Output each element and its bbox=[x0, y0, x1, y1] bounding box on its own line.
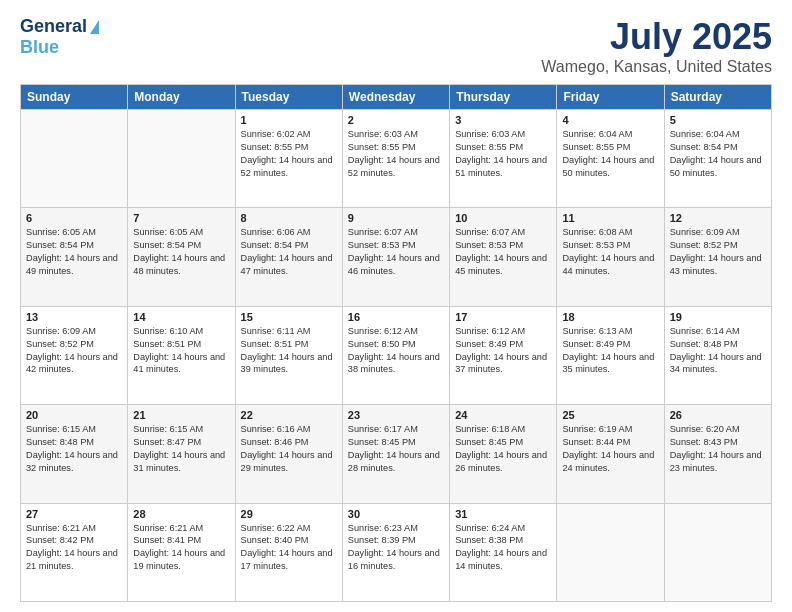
weekday-header-row: SundayMondayTuesdayWednesdayThursdayFrid… bbox=[21, 85, 772, 110]
day-number: 10 bbox=[455, 212, 551, 224]
week-row-3: 13Sunrise: 6:09 AM Sunset: 8:52 PM Dayli… bbox=[21, 306, 772, 404]
calendar-cell: 21Sunrise: 6:15 AM Sunset: 8:47 PM Dayli… bbox=[128, 405, 235, 503]
day-info: Sunrise: 6:23 AM Sunset: 8:39 PM Dayligh… bbox=[348, 522, 444, 574]
day-number: 27 bbox=[26, 508, 122, 520]
calendar-cell: 25Sunrise: 6:19 AM Sunset: 8:44 PM Dayli… bbox=[557, 405, 664, 503]
logo-blue: Blue bbox=[20, 37, 59, 57]
day-number: 11 bbox=[562, 212, 658, 224]
day-number: 25 bbox=[562, 409, 658, 421]
day-number: 26 bbox=[670, 409, 766, 421]
day-number: 28 bbox=[133, 508, 229, 520]
day-info: Sunrise: 6:08 AM Sunset: 8:53 PM Dayligh… bbox=[562, 226, 658, 278]
calendar-cell: 12Sunrise: 6:09 AM Sunset: 8:52 PM Dayli… bbox=[664, 208, 771, 306]
day-number: 14 bbox=[133, 311, 229, 323]
calendar-cell: 10Sunrise: 6:07 AM Sunset: 8:53 PM Dayli… bbox=[450, 208, 557, 306]
calendar-cell: 27Sunrise: 6:21 AM Sunset: 8:42 PM Dayli… bbox=[21, 503, 128, 601]
calendar-cell: 29Sunrise: 6:22 AM Sunset: 8:40 PM Dayli… bbox=[235, 503, 342, 601]
calendar-cell: 9Sunrise: 6:07 AM Sunset: 8:53 PM Daylig… bbox=[342, 208, 449, 306]
calendar-cell: 18Sunrise: 6:13 AM Sunset: 8:49 PM Dayli… bbox=[557, 306, 664, 404]
calendar-cell: 1Sunrise: 6:02 AM Sunset: 8:55 PM Daylig… bbox=[235, 110, 342, 208]
weekday-header-wednesday: Wednesday bbox=[342, 85, 449, 110]
day-info: Sunrise: 6:20 AM Sunset: 8:43 PM Dayligh… bbox=[670, 423, 766, 475]
week-row-4: 20Sunrise: 6:15 AM Sunset: 8:48 PM Dayli… bbox=[21, 405, 772, 503]
day-info: Sunrise: 6:15 AM Sunset: 8:47 PM Dayligh… bbox=[133, 423, 229, 475]
day-info: Sunrise: 6:21 AM Sunset: 8:42 PM Dayligh… bbox=[26, 522, 122, 574]
weekday-header-thursday: Thursday bbox=[450, 85, 557, 110]
logo-line1: General bbox=[20, 16, 99, 37]
day-info: Sunrise: 6:17 AM Sunset: 8:45 PM Dayligh… bbox=[348, 423, 444, 475]
day-number: 5 bbox=[670, 114, 766, 126]
calendar-cell bbox=[21, 110, 128, 208]
day-info: Sunrise: 6:12 AM Sunset: 8:50 PM Dayligh… bbox=[348, 325, 444, 377]
calendar-cell: 24Sunrise: 6:18 AM Sunset: 8:45 PM Dayli… bbox=[450, 405, 557, 503]
day-number: 31 bbox=[455, 508, 551, 520]
page: General Blue July 2025 Wamego, Kansas, U… bbox=[0, 0, 792, 612]
calendar-cell: 17Sunrise: 6:12 AM Sunset: 8:49 PM Dayli… bbox=[450, 306, 557, 404]
day-info: Sunrise: 6:13 AM Sunset: 8:49 PM Dayligh… bbox=[562, 325, 658, 377]
day-info: Sunrise: 6:14 AM Sunset: 8:48 PM Dayligh… bbox=[670, 325, 766, 377]
day-number: 19 bbox=[670, 311, 766, 323]
day-info: Sunrise: 6:02 AM Sunset: 8:55 PM Dayligh… bbox=[241, 128, 337, 180]
weekday-header-tuesday: Tuesday bbox=[235, 85, 342, 110]
calendar-cell: 6Sunrise: 6:05 AM Sunset: 8:54 PM Daylig… bbox=[21, 208, 128, 306]
day-info: Sunrise: 6:12 AM Sunset: 8:49 PM Dayligh… bbox=[455, 325, 551, 377]
day-info: Sunrise: 6:24 AM Sunset: 8:38 PM Dayligh… bbox=[455, 522, 551, 574]
calendar-cell: 30Sunrise: 6:23 AM Sunset: 8:39 PM Dayli… bbox=[342, 503, 449, 601]
day-info: Sunrise: 6:10 AM Sunset: 8:51 PM Dayligh… bbox=[133, 325, 229, 377]
day-number: 3 bbox=[455, 114, 551, 126]
day-number: 9 bbox=[348, 212, 444, 224]
day-info: Sunrise: 6:05 AM Sunset: 8:54 PM Dayligh… bbox=[26, 226, 122, 278]
title-block: July 2025 Wamego, Kansas, United States bbox=[541, 16, 772, 76]
calendar-cell: 5Sunrise: 6:04 AM Sunset: 8:54 PM Daylig… bbox=[664, 110, 771, 208]
calendar-cell: 13Sunrise: 6:09 AM Sunset: 8:52 PM Dayli… bbox=[21, 306, 128, 404]
day-info: Sunrise: 6:15 AM Sunset: 8:48 PM Dayligh… bbox=[26, 423, 122, 475]
calendar-cell: 20Sunrise: 6:15 AM Sunset: 8:48 PM Dayli… bbox=[21, 405, 128, 503]
weekday-header-saturday: Saturday bbox=[664, 85, 771, 110]
day-info: Sunrise: 6:03 AM Sunset: 8:55 PM Dayligh… bbox=[455, 128, 551, 180]
day-number: 30 bbox=[348, 508, 444, 520]
calendar-cell: 16Sunrise: 6:12 AM Sunset: 8:50 PM Dayli… bbox=[342, 306, 449, 404]
calendar-cell: 23Sunrise: 6:17 AM Sunset: 8:45 PM Dayli… bbox=[342, 405, 449, 503]
day-info: Sunrise: 6:19 AM Sunset: 8:44 PM Dayligh… bbox=[562, 423, 658, 475]
calendar-cell: 4Sunrise: 6:04 AM Sunset: 8:55 PM Daylig… bbox=[557, 110, 664, 208]
weekday-header-friday: Friday bbox=[557, 85, 664, 110]
calendar-title: July 2025 bbox=[541, 16, 772, 58]
day-number: 29 bbox=[241, 508, 337, 520]
day-number: 4 bbox=[562, 114, 658, 126]
day-number: 20 bbox=[26, 409, 122, 421]
calendar-cell: 28Sunrise: 6:21 AM Sunset: 8:41 PM Dayli… bbox=[128, 503, 235, 601]
day-number: 15 bbox=[241, 311, 337, 323]
day-number: 22 bbox=[241, 409, 337, 421]
day-info: Sunrise: 6:07 AM Sunset: 8:53 PM Dayligh… bbox=[455, 226, 551, 278]
calendar-cell: 26Sunrise: 6:20 AM Sunset: 8:43 PM Dayli… bbox=[664, 405, 771, 503]
day-number: 8 bbox=[241, 212, 337, 224]
calendar-subtitle: Wamego, Kansas, United States bbox=[541, 58, 772, 76]
day-number: 21 bbox=[133, 409, 229, 421]
calendar-table: SundayMondayTuesdayWednesdayThursdayFrid… bbox=[20, 84, 772, 602]
logo-line2: Blue bbox=[20, 37, 59, 58]
logo-general: General bbox=[20, 16, 87, 37]
day-number: 6 bbox=[26, 212, 122, 224]
calendar-cell: 11Sunrise: 6:08 AM Sunset: 8:53 PM Dayli… bbox=[557, 208, 664, 306]
calendar-cell: 2Sunrise: 6:03 AM Sunset: 8:55 PM Daylig… bbox=[342, 110, 449, 208]
day-info: Sunrise: 6:06 AM Sunset: 8:54 PM Dayligh… bbox=[241, 226, 337, 278]
day-info: Sunrise: 6:09 AM Sunset: 8:52 PM Dayligh… bbox=[26, 325, 122, 377]
header: General Blue July 2025 Wamego, Kansas, U… bbox=[20, 16, 772, 76]
week-row-5: 27Sunrise: 6:21 AM Sunset: 8:42 PM Dayli… bbox=[21, 503, 772, 601]
week-row-1: 1Sunrise: 6:02 AM Sunset: 8:55 PM Daylig… bbox=[21, 110, 772, 208]
day-info: Sunrise: 6:09 AM Sunset: 8:52 PM Dayligh… bbox=[670, 226, 766, 278]
calendar-cell: 15Sunrise: 6:11 AM Sunset: 8:51 PM Dayli… bbox=[235, 306, 342, 404]
logo: General Blue bbox=[20, 16, 99, 58]
day-number: 13 bbox=[26, 311, 122, 323]
day-number: 17 bbox=[455, 311, 551, 323]
calendar-cell bbox=[557, 503, 664, 601]
day-info: Sunrise: 6:18 AM Sunset: 8:45 PM Dayligh… bbox=[455, 423, 551, 475]
calendar-cell: 14Sunrise: 6:10 AM Sunset: 8:51 PM Dayli… bbox=[128, 306, 235, 404]
day-number: 16 bbox=[348, 311, 444, 323]
logo-triangle-icon bbox=[90, 20, 99, 34]
calendar-cell: 22Sunrise: 6:16 AM Sunset: 8:46 PM Dayli… bbox=[235, 405, 342, 503]
day-info: Sunrise: 6:16 AM Sunset: 8:46 PM Dayligh… bbox=[241, 423, 337, 475]
day-number: 1 bbox=[241, 114, 337, 126]
calendar-cell: 8Sunrise: 6:06 AM Sunset: 8:54 PM Daylig… bbox=[235, 208, 342, 306]
day-number: 23 bbox=[348, 409, 444, 421]
